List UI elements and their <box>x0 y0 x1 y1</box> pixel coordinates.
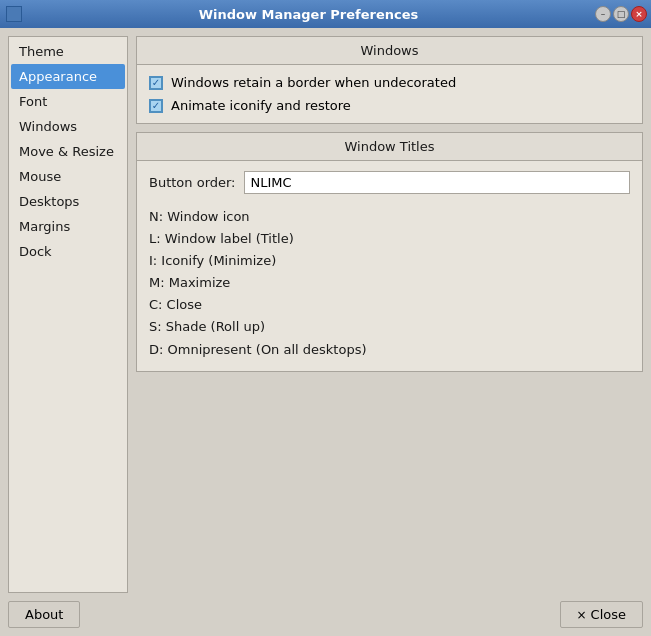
bottom-bar: About × Close <box>8 593 643 628</box>
window-titles-section-content: Button order: N: Window icon L: Window l… <box>137 161 642 371</box>
sidebar-item-appearance[interactable]: Appearance <box>11 64 125 89</box>
checkbox-row-animate: Animate iconify and restore <box>149 98 630 113</box>
legend-line-5: C: Close <box>149 294 630 316</box>
sidebar-item-move-resize[interactable]: Move & Resize <box>11 139 125 164</box>
sidebar-item-dock[interactable]: Dock <box>11 239 125 264</box>
windows-section-title: Windows <box>137 37 642 65</box>
legend-line-6: S: Shade (Roll up) <box>149 316 630 338</box>
titlebar: Window Manager Preferences – □ × <box>0 0 651 28</box>
close-icon: × <box>577 608 587 622</box>
close-button[interactable]: × Close <box>560 601 643 628</box>
titlebar-buttons: – □ × <box>595 6 647 22</box>
checkbox-border[interactable] <box>149 76 163 90</box>
windows-section-content: Windows retain a border when undecorated… <box>137 65 642 123</box>
windows-section: Windows Windows retain a border when und… <box>136 36 643 124</box>
legend-line-7: D: Omnipresent (On all desktops) <box>149 339 630 361</box>
legend-line-3: I: Iconify (Minimize) <box>149 250 630 272</box>
content-area: Theme Appearance Font Windows Move & Res… <box>8 36 643 593</box>
about-button[interactable]: About <box>8 601 80 628</box>
window-titles-section: Window Titles Button order: N: Window ic… <box>136 132 643 372</box>
sidebar: Theme Appearance Font Windows Move & Res… <box>8 36 128 593</box>
legend-line-1: N: Window icon <box>149 206 630 228</box>
sidebar-item-windows[interactable]: Windows <box>11 114 125 139</box>
window-icon <box>6 6 22 22</box>
sidebar-item-desktops[interactable]: Desktops <box>11 189 125 214</box>
legend-text: N: Window icon L: Window label (Title) I… <box>149 206 630 361</box>
main-container: Theme Appearance Font Windows Move & Res… <box>0 28 651 636</box>
window-close-button[interactable]: × <box>631 6 647 22</box>
sidebar-item-theme[interactable]: Theme <box>11 39 125 64</box>
checkbox-animate-label: Animate iconify and restore <box>171 98 351 113</box>
button-order-label: Button order: <box>149 175 236 190</box>
maximize-button[interactable]: □ <box>613 6 629 22</box>
window-titles-section-title: Window Titles <box>137 133 642 161</box>
sidebar-item-font[interactable]: Font <box>11 89 125 114</box>
legend-line-2: L: Window label (Title) <box>149 228 630 250</box>
checkbox-row-border: Windows retain a border when undecorated <box>149 75 630 90</box>
button-order-input[interactable] <box>244 171 631 194</box>
checkbox-animate[interactable] <box>149 99 163 113</box>
sidebar-item-mouse[interactable]: Mouse <box>11 164 125 189</box>
right-panel: Windows Windows retain a border when und… <box>136 36 643 593</box>
legend-line-4: M: Maximize <box>149 272 630 294</box>
minimize-button[interactable]: – <box>595 6 611 22</box>
window-title: Window Manager Preferences <box>22 7 595 22</box>
checkbox-border-label: Windows retain a border when undecorated <box>171 75 456 90</box>
button-order-row: Button order: <box>149 171 630 194</box>
sidebar-item-margins[interactable]: Margins <box>11 214 125 239</box>
